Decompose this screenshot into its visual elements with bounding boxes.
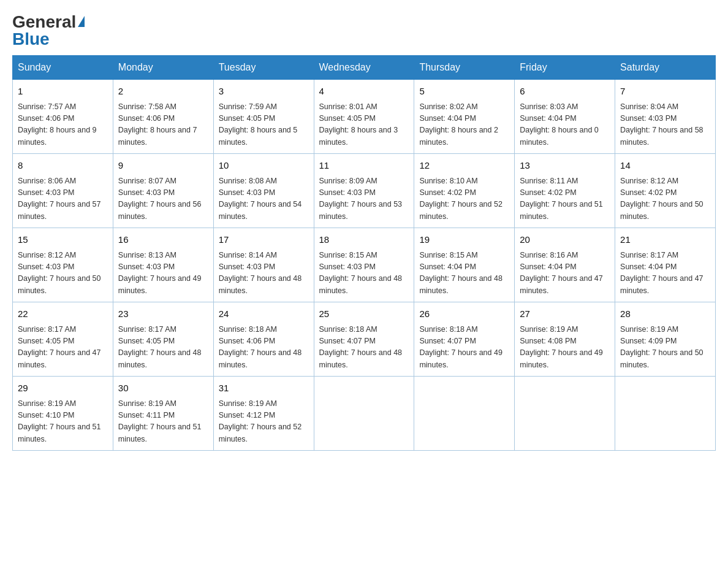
day-info: Sunrise: 7:59 AMSunset: 4:05 PMDaylight:… xyxy=(219,101,309,149)
day-number: 5 xyxy=(419,85,509,99)
calendar-week-1: 1Sunrise: 7:57 AMSunset: 4:06 PMDaylight… xyxy=(13,80,716,154)
day-info: Sunrise: 8:10 AMSunset: 4:02 PMDaylight:… xyxy=(419,175,509,223)
day-number: 20 xyxy=(520,233,610,247)
column-header-saturday: Saturday xyxy=(615,56,716,80)
day-number: 22 xyxy=(18,307,108,321)
calendar-cell: 24Sunrise: 8:18 AMSunset: 4:06 PMDayligh… xyxy=(213,302,314,377)
day-number: 30 xyxy=(118,381,208,396)
calendar-cell: 26Sunrise: 8:18 AMSunset: 4:07 PMDayligh… xyxy=(414,302,515,377)
day-number: 25 xyxy=(319,307,409,321)
calendar-cell: 9Sunrise: 8:07 AMSunset: 4:03 PMDaylight… xyxy=(113,154,213,228)
day-info: Sunrise: 8:11 AMSunset: 4:02 PMDaylight:… xyxy=(520,175,610,223)
day-info: Sunrise: 8:19 AMSunset: 4:11 PMDaylight:… xyxy=(118,398,208,446)
day-info: Sunrise: 8:17 AMSunset: 4:04 PMDaylight:… xyxy=(620,250,710,297)
day-info: Sunrise: 8:17 AMSunset: 4:05 PMDaylight:… xyxy=(118,324,208,372)
logo: General Blue xyxy=(12,12,85,49)
calendar-header-row: SundayMondayTuesdayWednesdayThursdayFrid… xyxy=(13,56,716,80)
day-info: Sunrise: 8:13 AMSunset: 4:03 PMDaylight:… xyxy=(118,250,208,297)
column-header-friday: Friday xyxy=(515,56,615,80)
day-number: 1 xyxy=(18,85,108,99)
day-number: 21 xyxy=(620,233,710,247)
day-number: 7 xyxy=(620,85,710,99)
day-number: 31 xyxy=(219,381,309,396)
day-info: Sunrise: 8:15 AMSunset: 4:04 PMDaylight:… xyxy=(419,250,509,297)
day-number: 19 xyxy=(419,233,509,247)
calendar-cell: 6Sunrise: 8:03 AMSunset: 4:04 PMDaylight… xyxy=(515,80,615,154)
day-info: Sunrise: 8:14 AMSunset: 4:03 PMDaylight:… xyxy=(219,250,309,297)
day-number: 6 xyxy=(520,85,610,99)
calendar-cell: 29Sunrise: 8:19 AMSunset: 4:10 PMDayligh… xyxy=(13,377,113,451)
calendar-cell xyxy=(314,377,414,451)
day-info: Sunrise: 8:08 AMSunset: 4:03 PMDaylight:… xyxy=(219,175,309,223)
calendar-cell: 21Sunrise: 8:17 AMSunset: 4:04 PMDayligh… xyxy=(615,228,716,302)
calendar-cell: 18Sunrise: 8:15 AMSunset: 4:03 PMDayligh… xyxy=(314,228,414,302)
calendar-week-4: 22Sunrise: 8:17 AMSunset: 4:05 PMDayligh… xyxy=(13,302,716,377)
logo-triangle-icon xyxy=(78,16,85,27)
calendar-cell xyxy=(615,377,716,451)
calendar-cell: 1Sunrise: 7:57 AMSunset: 4:06 PMDaylight… xyxy=(13,80,113,154)
day-info: Sunrise: 8:02 AMSunset: 4:04 PMDaylight:… xyxy=(419,101,509,149)
day-number: 15 xyxy=(18,233,108,247)
calendar-cell: 14Sunrise: 8:12 AMSunset: 4:02 PMDayligh… xyxy=(615,154,716,228)
day-info: Sunrise: 8:18 AMSunset: 4:07 PMDaylight:… xyxy=(319,324,409,372)
day-number: 29 xyxy=(18,381,108,396)
calendar-cell: 30Sunrise: 8:19 AMSunset: 4:11 PMDayligh… xyxy=(113,377,213,451)
calendar-cell: 31Sunrise: 8:19 AMSunset: 4:12 PMDayligh… xyxy=(213,377,314,451)
calendar-cell: 7Sunrise: 8:04 AMSunset: 4:03 PMDaylight… xyxy=(615,80,716,154)
day-info: Sunrise: 8:18 AMSunset: 4:06 PMDaylight:… xyxy=(219,324,309,372)
day-info: Sunrise: 8:06 AMSunset: 4:03 PMDaylight:… xyxy=(18,175,108,223)
calendar-cell: 11Sunrise: 8:09 AMSunset: 4:03 PMDayligh… xyxy=(314,154,414,228)
column-header-thursday: Thursday xyxy=(414,56,515,80)
day-number: 4 xyxy=(319,85,409,99)
column-header-monday: Monday xyxy=(113,56,213,80)
day-number: 26 xyxy=(419,307,509,321)
day-number: 18 xyxy=(319,233,409,247)
calendar-cell: 8Sunrise: 8:06 AMSunset: 4:03 PMDaylight… xyxy=(13,154,113,228)
logo-blue-text: Blue xyxy=(12,29,50,49)
day-info: Sunrise: 7:58 AMSunset: 4:06 PMDaylight:… xyxy=(118,101,208,149)
calendar-week-2: 8Sunrise: 8:06 AMSunset: 4:03 PMDaylight… xyxy=(13,154,716,228)
calendar-cell: 5Sunrise: 8:02 AMSunset: 4:04 PMDaylight… xyxy=(414,80,515,154)
day-info: Sunrise: 8:18 AMSunset: 4:07 PMDaylight:… xyxy=(419,324,509,372)
day-number: 28 xyxy=(620,307,710,321)
calendar-cell: 28Sunrise: 8:19 AMSunset: 4:09 PMDayligh… xyxy=(615,302,716,377)
day-info: Sunrise: 8:01 AMSunset: 4:05 PMDaylight:… xyxy=(319,101,409,149)
day-number: 13 xyxy=(520,159,610,173)
calendar-cell: 17Sunrise: 8:14 AMSunset: 4:03 PMDayligh… xyxy=(213,228,314,302)
day-info: Sunrise: 8:19 AMSunset: 4:10 PMDaylight:… xyxy=(18,398,108,446)
calendar-cell: 20Sunrise: 8:16 AMSunset: 4:04 PMDayligh… xyxy=(515,228,615,302)
calendar-week-5: 29Sunrise: 8:19 AMSunset: 4:10 PMDayligh… xyxy=(13,377,716,451)
day-info: Sunrise: 8:17 AMSunset: 4:05 PMDaylight:… xyxy=(18,324,108,372)
day-info: Sunrise: 8:04 AMSunset: 4:03 PMDaylight:… xyxy=(620,101,710,149)
day-info: Sunrise: 8:19 AMSunset: 4:09 PMDaylight:… xyxy=(620,324,710,372)
day-number: 2 xyxy=(118,85,208,99)
calendar-cell: 15Sunrise: 8:12 AMSunset: 4:03 PMDayligh… xyxy=(13,228,113,302)
day-info: Sunrise: 8:12 AMSunset: 4:02 PMDaylight:… xyxy=(620,175,710,223)
day-number: 9 xyxy=(118,159,208,173)
column-header-wednesday: Wednesday xyxy=(314,56,414,80)
column-header-tuesday: Tuesday xyxy=(213,56,314,80)
day-number: 3 xyxy=(219,85,309,99)
day-info: Sunrise: 8:16 AMSunset: 4:04 PMDaylight:… xyxy=(520,250,610,297)
day-info: Sunrise: 8:12 AMSunset: 4:03 PMDaylight:… xyxy=(18,250,108,297)
day-info: Sunrise: 7:57 AMSunset: 4:06 PMDaylight:… xyxy=(18,101,108,149)
day-number: 23 xyxy=(118,307,208,321)
day-number: 16 xyxy=(118,233,208,247)
day-number: 11 xyxy=(319,159,409,173)
day-number: 10 xyxy=(219,159,309,173)
day-info: Sunrise: 8:09 AMSunset: 4:03 PMDaylight:… xyxy=(319,175,409,223)
calendar-cell: 27Sunrise: 8:19 AMSunset: 4:08 PMDayligh… xyxy=(515,302,615,377)
calendar-cell: 19Sunrise: 8:15 AMSunset: 4:04 PMDayligh… xyxy=(414,228,515,302)
calendar-table: SundayMondayTuesdayWednesdayThursdayFrid… xyxy=(12,55,716,451)
column-header-sunday: Sunday xyxy=(13,56,113,80)
calendar-cell: 13Sunrise: 8:11 AMSunset: 4:02 PMDayligh… xyxy=(515,154,615,228)
calendar-cell: 12Sunrise: 8:10 AMSunset: 4:02 PMDayligh… xyxy=(414,154,515,228)
calendar-week-3: 15Sunrise: 8:12 AMSunset: 4:03 PMDayligh… xyxy=(13,228,716,302)
calendar-cell: 22Sunrise: 8:17 AMSunset: 4:05 PMDayligh… xyxy=(13,302,113,377)
calendar-cell: 2Sunrise: 7:58 AMSunset: 4:06 PMDaylight… xyxy=(113,80,213,154)
day-number: 8 xyxy=(18,159,108,173)
day-info: Sunrise: 8:03 AMSunset: 4:04 PMDaylight:… xyxy=(520,101,610,149)
day-number: 12 xyxy=(419,159,509,173)
calendar-cell: 10Sunrise: 8:08 AMSunset: 4:03 PMDayligh… xyxy=(213,154,314,228)
day-number: 24 xyxy=(219,307,309,321)
